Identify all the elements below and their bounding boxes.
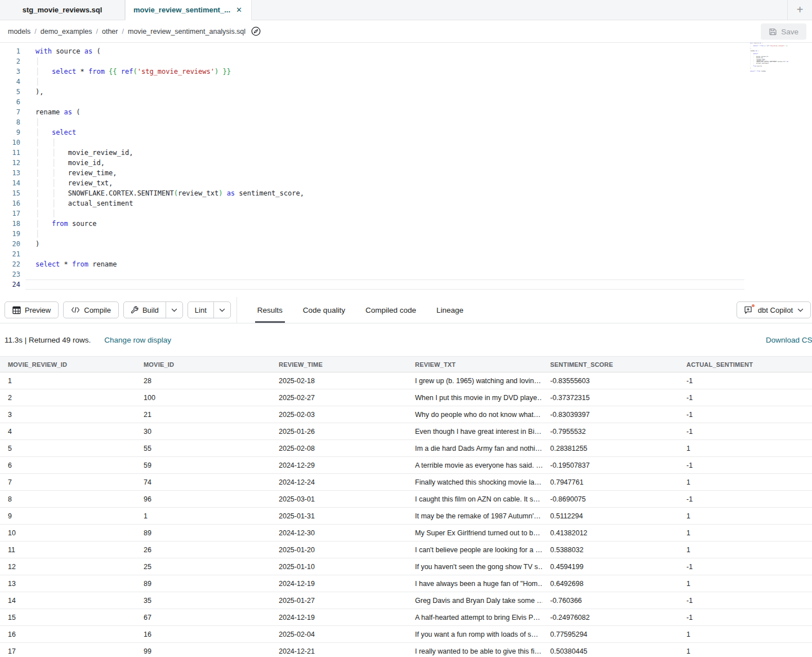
code-line[interactable]: 16│ │ actual_sentiment xyxy=(0,198,812,208)
line-number: 19 xyxy=(0,229,25,239)
code-line[interactable]: 2│ xyxy=(0,56,812,66)
table-cell: 2025-02-08 xyxy=(271,440,407,456)
line-number: 22 xyxy=(0,259,25,269)
code-line[interactable]: 17│ │ xyxy=(0,208,812,219)
table-row: 1282025-02-18I grew up (b. 1965) watchin… xyxy=(0,372,812,389)
line-number: 17 xyxy=(0,208,25,219)
line-number: 24 xyxy=(0,279,25,290)
save-button[interactable]: Save xyxy=(761,23,806,39)
code-line[interactable]: 19│ xyxy=(0,229,812,239)
file-tab-bar: stg_movie_reviews.sql movie_review_senti… xyxy=(0,0,812,20)
build-dropdown-chevron-icon[interactable] xyxy=(166,302,182,318)
build-split-button: Build xyxy=(123,301,183,318)
table-cell: 1 xyxy=(679,508,812,524)
code-line[interactable]: 5), xyxy=(0,87,812,97)
code-line[interactable]: 13│ │ review_time, xyxy=(0,168,812,178)
tab-stg-movie-reviews[interactable]: stg_movie_reviews.sql xyxy=(0,0,125,20)
code-line[interactable]: 18│ from source xyxy=(0,219,812,229)
breadcrumb-separator: / xyxy=(34,28,36,35)
result-tab-results[interactable]: Results xyxy=(257,297,283,323)
column-header[interactable]: ACTUAL_SENTIMENT xyxy=(679,357,812,372)
new-tab-button[interactable]: + xyxy=(787,0,812,20)
column-header[interactable]: REVIEW_TXT xyxy=(407,357,542,372)
code-line[interactable]: 20) xyxy=(0,239,812,249)
code-line[interactable]: 23 xyxy=(0,269,812,279)
table-cell: A terrible movie as everyone has said. … xyxy=(407,457,542,473)
tab-label: movie_review_sentiment_... xyxy=(133,6,230,14)
line-number: 18 xyxy=(0,219,25,229)
lint-dropdown-chevron-icon[interactable] xyxy=(213,302,230,318)
table-cell: 1 xyxy=(679,643,812,657)
dbt-copilot-button[interactable]: dbt Copilot xyxy=(737,301,811,318)
table-cell: Even though I have great interest in Bi… xyxy=(407,423,542,440)
code-line[interactable]: 24 xyxy=(749,74,788,75)
table-cell: 2025-02-27 xyxy=(271,389,407,406)
lint-button[interactable]: Lint xyxy=(188,302,213,318)
table-cell: 1 xyxy=(679,440,812,456)
code-line[interactable]: 10│ │ xyxy=(0,137,812,148)
copilot-sparkle-dot xyxy=(752,304,755,307)
preview-button-label: Preview xyxy=(25,306,51,314)
save-icon xyxy=(769,27,777,35)
code-line[interactable]: 12│ │ movie_id, xyxy=(0,158,812,168)
code-line[interactable]: 21 xyxy=(0,249,812,259)
code-line[interactable]: 15│ │ SNOWFLAKE.CORTEX.SENTIMENT(review_… xyxy=(0,188,812,198)
code-line[interactable]: 8│ xyxy=(0,117,812,127)
code-line[interactable]: 9│ select xyxy=(0,127,812,137)
preview-button[interactable]: Preview xyxy=(5,301,59,318)
line-number: 14 xyxy=(0,178,25,188)
table-cell: 3 xyxy=(0,406,136,423)
download-csv-link[interactable]: Download CSV xyxy=(766,336,812,344)
table-cell: 2025-03-01 xyxy=(271,491,407,507)
column-header[interactable]: MOVIE_REVIEW_ID xyxy=(0,357,136,372)
result-tab-compiled-code[interactable]: Compiled code xyxy=(365,297,416,323)
result-tab-lineage[interactable]: Lineage xyxy=(436,297,463,323)
code-line[interactable]: 14│ │ review_txt, xyxy=(0,178,812,188)
code-line[interactable]: 3│ select * from {{ ref('stg_movie_revie… xyxy=(0,66,812,77)
table-cell: 100 xyxy=(136,389,271,406)
close-icon[interactable]: ✕ xyxy=(235,5,243,15)
line-number: 4 xyxy=(0,77,25,87)
column-header[interactable]: MOVIE_ID xyxy=(136,357,271,372)
table-cell: 8 xyxy=(0,491,136,507)
code-line[interactable]: 24 xyxy=(0,279,812,290)
breadcrumb-item[interactable]: models xyxy=(8,28,30,35)
code-line[interactable]: 6 xyxy=(0,97,812,107)
breadcrumb-item[interactable]: movie_review_sentiment_analysis.sql xyxy=(128,28,246,35)
table-cell: 12 xyxy=(0,558,136,575)
table-cell: If you want a fun romp with loads of s… xyxy=(407,626,542,642)
table-cell: 1 xyxy=(679,575,812,592)
code-line[interactable]: 1with source as ( xyxy=(0,46,812,56)
table-cell: 67 xyxy=(136,609,271,625)
tab-movie-review-sentiment[interactable]: movie_review_sentiment_... ✕ xyxy=(125,0,252,20)
editor-minimap[interactable]: 1with source as (2│3│ select * from {{ r… xyxy=(749,43,788,76)
table-cell: -1 xyxy=(679,406,812,423)
sql-code-editor[interactable]: 1with source as (2│3│ select * from {{ r… xyxy=(0,43,812,297)
line-number: 11 xyxy=(0,148,25,158)
code-line[interactable]: 22select * from rename xyxy=(0,259,812,269)
compile-button[interactable]: Compile xyxy=(63,301,119,318)
column-header[interactable]: SENTIMENT_SCORE xyxy=(542,357,679,372)
docs-compass-icon[interactable] xyxy=(251,26,261,36)
change-row-display-link[interactable]: Change row display xyxy=(104,336,171,344)
table-row: 7742024-12-24Finally watched this shocki… xyxy=(0,474,812,491)
breadcrumb-item[interactable]: demo_examples xyxy=(41,28,92,35)
table-cell: -1 xyxy=(679,423,812,440)
table-cell: 35 xyxy=(136,592,271,609)
breadcrumb: models/demo_examples/other/movie_review_… xyxy=(8,28,246,35)
table-cell: -1 xyxy=(679,558,812,575)
code-line[interactable]: 7rename as ( xyxy=(0,107,812,117)
table-cell: Im a die hard Dads Army fan and nothi… xyxy=(407,440,542,456)
code-line[interactable]: 11│ │ movie_review_id, xyxy=(0,148,812,158)
result-tab-code-quality[interactable]: Code quality xyxy=(303,297,345,323)
column-header[interactable]: REVIEW_TIME xyxy=(271,357,407,372)
line-number: 15 xyxy=(0,188,25,198)
breadcrumb-item[interactable]: other xyxy=(102,28,118,35)
table-cell: I grew up (b. 1965) watching and lovin… xyxy=(407,372,542,389)
table-cell: 4 xyxy=(0,423,136,440)
build-button[interactable]: Build xyxy=(124,302,166,318)
table-cell: 2024-12-29 xyxy=(271,457,407,473)
code-line[interactable]: 4│ xyxy=(0,77,812,87)
table-cell: -0.83555603 xyxy=(542,372,679,389)
table-cell: -1 xyxy=(679,609,812,625)
